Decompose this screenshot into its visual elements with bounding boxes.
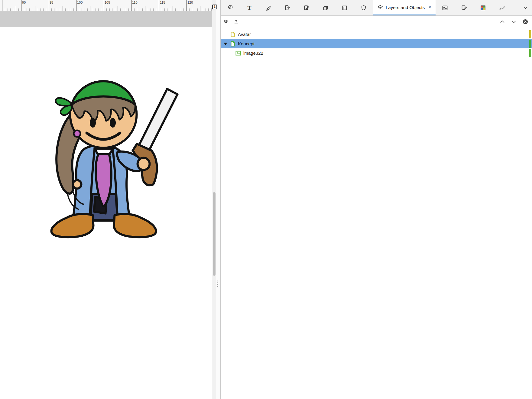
- tab-layers-and-objects[interactable]: Layers and Objects ×: [373, 0, 436, 15]
- canvas-area[interactable]: 90 95 100 105 110 115 120: [0, 0, 212, 399]
- chevron-down-icon: [511, 19, 517, 25]
- ruler-label: 100: [77, 1, 83, 4]
- tab-document-properties[interactable]: [335, 0, 354, 15]
- tabbar-overflow-button[interactable]: [518, 0, 532, 15]
- arrow-over-line-icon: [233, 19, 239, 25]
- chevron-up-icon: [499, 19, 505, 25]
- triangle-down-icon: [224, 43, 227, 45]
- layer-page-icon: [230, 32, 235, 37]
- tab-image-properties[interactable]: [436, 0, 455, 15]
- offpage-area: [0, 11, 212, 27]
- panel-splitter-handle[interactable]: [217, 281, 218, 287]
- expander-toggle[interactable]: [222, 43, 229, 45]
- horizontal-ruler[interactable]: 90 95 100 105 110 115 120: [0, 0, 212, 11]
- layer-color-strip[interactable]: [529, 30, 531, 38]
- boot-left: [51, 214, 93, 237]
- boot-right: [114, 214, 156, 237]
- layer-glyph-avatar[interactable]: [230, 32, 236, 37]
- tabbar-spacer: [512, 0, 518, 15]
- tab-export[interactable]: [278, 0, 297, 15]
- ruler-label: 90: [22, 1, 26, 4]
- layer-page-icon: [230, 41, 235, 47]
- layer-label: Avatar: [238, 32, 251, 37]
- tab-stack[interactable]: [316, 0, 335, 15]
- pirate-drawing: [47, 65, 183, 240]
- layer-row-koncept[interactable]: Koncept: [221, 39, 532, 48]
- move-into-layer-button[interactable]: [233, 19, 239, 25]
- layer-glyph-koncept[interactable]: [230, 41, 236, 47]
- tab-close-icon[interactable]: ×: [427, 5, 431, 10]
- layers-icon: [377, 4, 383, 10]
- edit-document-icon: [461, 5, 467, 11]
- shield-icon: [361, 5, 367, 11]
- svg-text:T: T: [247, 5, 251, 11]
- object-row-image322[interactable]: image322: [221, 48, 532, 58]
- spiral-icon: [227, 5, 233, 11]
- move-up-button[interactable]: [499, 19, 505, 25]
- page-number-badge[interactable]: 1: [212, 5, 217, 9]
- bandana-tail-1: [56, 98, 71, 106]
- ruler-label: 120: [187, 1, 193, 4]
- layer-label: Koncept: [238, 41, 255, 46]
- eye-left: [90, 118, 96, 128]
- tab-document-edit[interactable]: [297, 0, 316, 15]
- ruler-label: 110: [132, 1, 138, 4]
- object-glyph-image322[interactable]: [235, 51, 241, 56]
- text-icon: T: [246, 5, 252, 11]
- canvas-artwork-pirate[interactable]: [47, 65, 183, 240]
- layers-toolbar-right: [499, 19, 528, 25]
- object-label: image322: [243, 50, 263, 56]
- move-down-button[interactable]: [511, 19, 517, 25]
- hand-left: [73, 180, 81, 189]
- ruler-label: 95: [50, 1, 53, 4]
- layer-color-strip[interactable]: [529, 49, 531, 57]
- add-layer-icon: [223, 19, 229, 25]
- active-tab-label: Layers and Objects: [386, 5, 425, 10]
- document-pencil-icon: [303, 5, 310, 11]
- add-layer-button[interactable]: [223, 19, 229, 25]
- scrollbar-thumb[interactable]: [213, 192, 216, 276]
- tab-text[interactable]: T: [240, 0, 259, 15]
- calligraphy-pen-icon: [265, 5, 271, 11]
- hand-right: [138, 158, 150, 170]
- dialog-tab-bar: T Layers and Objects ×: [221, 0, 532, 16]
- stacked-sheets-icon: [323, 5, 329, 11]
- eye-right: [110, 118, 116, 128]
- image-object-icon: [235, 51, 241, 56]
- panel-divider: [216, 0, 220, 399]
- color-swatches-icon: [480, 5, 486, 11]
- tab-swatches[interactable]: [474, 0, 493, 15]
- layer-tree: Avatar Koncept imag: [221, 30, 532, 58]
- ruler-label: 105: [105, 1, 110, 4]
- layer-color-strip[interactable]: [529, 40, 531, 48]
- image-icon: [442, 5, 448, 11]
- tab-security[interactable]: [354, 0, 373, 15]
- path-nodes-icon: [499, 5, 505, 11]
- layers-objects-panel: T Layers and Objects ×: [220, 0, 532, 399]
- window-frame-icon: [342, 5, 348, 11]
- tab-symbols[interactable]: [221, 0, 240, 15]
- layer-row-avatar[interactable]: Avatar: [221, 30, 532, 39]
- ruler-label: 115: [160, 1, 165, 4]
- export-icon: [284, 5, 290, 11]
- tab-calligraphy[interactable]: [259, 0, 278, 15]
- tab-path-effects[interactable]: [493, 0, 512, 15]
- close-circle-icon: [522, 19, 528, 25]
- canvas-vertical-scrollbar[interactable]: [212, 0, 216, 399]
- musket-barrel: [139, 89, 177, 151]
- hair-bead: [74, 130, 80, 137]
- delete-item-button[interactable]: [522, 19, 528, 25]
- layers-toolbar: [221, 16, 532, 28]
- chevron-down-icon: [522, 5, 528, 11]
- tab-xml-editor[interactable]: [455, 0, 474, 15]
